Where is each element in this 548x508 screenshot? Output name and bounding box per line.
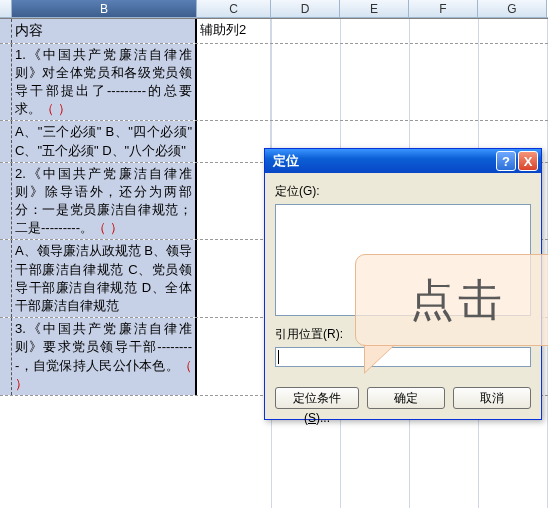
blank-paren: （ ） xyxy=(93,220,123,235)
dialog-titlebar[interactable]: 定位 ? X xyxy=(265,149,541,173)
goto-listbox[interactable] xyxy=(275,204,531,316)
cell[interactable] xyxy=(197,121,271,161)
cell-aux-header[interactable]: 辅助列2 xyxy=(197,19,271,43)
btn-hotkey: S xyxy=(308,411,316,425)
cancel-button[interactable]: 取消 xyxy=(453,387,531,409)
dialog-body: 定位(G): 引用位置(R): xyxy=(265,173,541,377)
dialog-title: 定位 xyxy=(273,152,494,170)
special-button[interactable]: 定位条件(S)... xyxy=(275,387,359,409)
cell[interactable] xyxy=(0,44,12,121)
cell-text: A、"三个必须" B、"四个必须" C、"五个必须" D、"八个必须" xyxy=(15,124,192,157)
text-caret xyxy=(278,350,279,364)
col-header-f[interactable]: F xyxy=(409,0,478,17)
help-button[interactable]: ? xyxy=(496,151,516,171)
col-header-d[interactable]: D xyxy=(271,0,340,17)
cell-text: 3.《中国共产党廉洁自律准则》要求党员领导干部---------，自觉保持人民公… xyxy=(15,321,192,372)
col-header-e[interactable]: E xyxy=(340,0,409,17)
col-header-rowgutter[interactable] xyxy=(0,0,12,17)
cell[interactable] xyxy=(0,163,12,240)
cell-content-header[interactable]: 内容 xyxy=(12,19,197,43)
table-row: 内容 辅助列2 xyxy=(0,18,548,44)
cell[interactable] xyxy=(0,318,12,395)
reference-input[interactable] xyxy=(275,347,531,367)
blank-paren: （ ） xyxy=(41,101,71,116)
cell[interactable] xyxy=(197,163,271,240)
cell[interactable] xyxy=(197,318,271,395)
goto-label: 定位(G): xyxy=(275,183,531,200)
cell[interactable] xyxy=(0,121,12,161)
cell-content[interactable]: A、领导廉洁从政规范 B、领导干部廉洁自律规范 C、党员领导干部廉洁自律规范 D… xyxy=(12,240,197,317)
cell-content[interactable]: 3.《中国共产党廉洁自律准则》要求党员领导干部---------，自觉保持人民公… xyxy=(12,318,197,395)
col-header-c[interactable]: C xyxy=(197,0,271,17)
cell-content[interactable]: A、"三个必须" B、"四个必须" C、"五个必须" D、"八个必须" xyxy=(12,121,197,161)
cell[interactable] xyxy=(197,240,271,317)
cell[interactable] xyxy=(197,44,271,121)
reference-label: 引用位置(R): xyxy=(275,326,531,343)
btn-text: )... xyxy=(316,411,330,425)
cell-content[interactable]: 2.《中国共产党廉洁自律准则》除导语外，还分为两部分：一是党员廉洁自律规范；二是… xyxy=(12,163,197,240)
close-button[interactable]: X xyxy=(518,151,538,171)
col-header-b[interactable]: B xyxy=(12,0,197,17)
column-headers: B C D E F G xyxy=(0,0,548,18)
goto-dialog: 定位 ? X 定位(G): 引用位置(R): 定位条件(S)... 确定 取消 xyxy=(264,148,542,420)
cell-content[interactable]: 1.《中国共产党廉洁自律准则》对全体党员和各级党员领导干部提出了--------… xyxy=(12,44,197,121)
ok-button[interactable]: 确定 xyxy=(367,387,445,409)
dialog-buttons: 定位条件(S)... 确定 取消 xyxy=(265,377,541,419)
cell-text: A、领导廉洁从政规范 B、领导干部廉洁自律规范 C、党员领导干部廉洁自律规范 D… xyxy=(15,243,192,313)
cell[interactable] xyxy=(0,19,12,43)
cell[interactable] xyxy=(0,240,12,317)
table-row: 1.《中国共产党廉洁自律准则》对全体党员和各级党员领导干部提出了--------… xyxy=(0,44,548,122)
col-header-g[interactable]: G xyxy=(478,0,547,17)
